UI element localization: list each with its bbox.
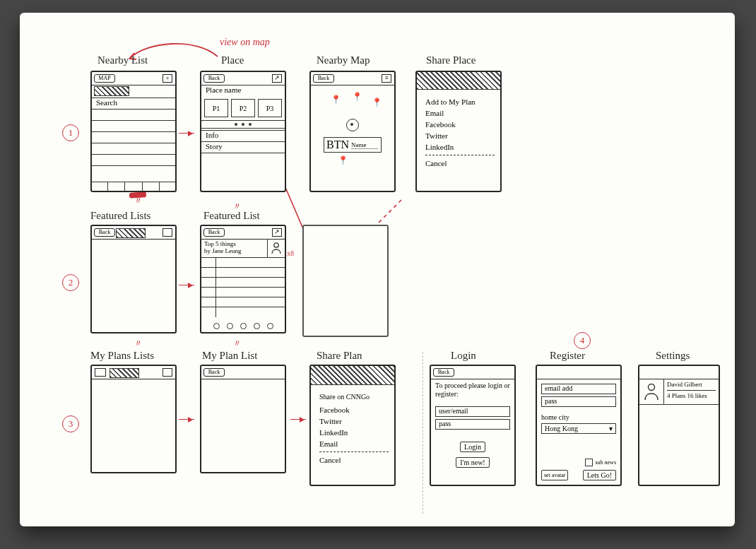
row-marker-3: 3 <box>62 415 79 432</box>
list-row[interactable] <box>92 131 175 142</box>
page-dots <box>201 323 285 329</box>
map-button[interactable]: MAP <box>94 74 115 83</box>
set-avatar-button[interactable]: set avatar <box>541 470 568 480</box>
im-new-button[interactable]: I'm new! <box>456 457 489 468</box>
callout-name: Name <box>351 141 378 149</box>
title-share-plan: Share Plan <box>317 350 362 361</box>
list-row[interactable] <box>92 109 175 119</box>
sub-news-checkbox[interactable] <box>585 459 593 466</box>
share-cancel[interactable]: Cancel <box>425 158 495 169</box>
title-register: Register <box>550 350 585 361</box>
row-marker-2: 2 <box>62 274 79 291</box>
home-city-select[interactable]: Hong Kong ▾ <box>541 423 616 434</box>
avatar <box>639 379 664 404</box>
callout-button[interactable]: BTN <box>326 138 349 151</box>
story-row[interactable]: Story <box>206 142 223 150</box>
share-email[interactable]: Email <box>319 438 389 449</box>
author-avatar <box>267 239 285 257</box>
topbar: Back ↗ <box>201 71 285 85</box>
share-linkedin[interactable]: LinkedIn <box>425 141 495 153</box>
arrow-right <box>179 285 194 285</box>
title-login: Login <box>451 350 476 361</box>
back-button[interactable]: Back <box>94 228 115 237</box>
screen-settings: David Gilbert 4 Plans 16 likes <box>638 365 720 486</box>
back-button[interactable]: Back <box>313 74 334 83</box>
share-linkedin[interactable]: LinkedIn <box>319 427 389 438</box>
dimmed-header <box>417 72 500 90</box>
screen-deleted <box>302 225 389 337</box>
title-my-plans-lists: My Plans Lists <box>90 350 154 361</box>
chevron-down-icon: ▾ <box>609 425 613 433</box>
list-row[interactable] <box>92 120 175 131</box>
screen-place: Back ↗ Place name P1 P2 P3 Info Story <box>200 71 286 192</box>
back-button[interactable]: Back <box>203 228 225 237</box>
share-facebook[interactable]: Facebook <box>425 119 495 130</box>
share-email[interactable]: Email <box>425 107 495 119</box>
lets-go-button[interactable]: Lets Go! <box>583 470 616 480</box>
pass-field[interactable]: pass <box>541 396 616 407</box>
dimmed-header <box>311 366 394 385</box>
user-stats: 4 Plans 16 likes <box>667 390 716 400</box>
map-pin[interactable]: 📍 <box>352 92 362 102</box>
back-button[interactable]: Back <box>203 74 225 83</box>
share-icon[interactable]: ↗ <box>272 74 282 83</box>
share-icon[interactable]: ↗ <box>272 228 282 237</box>
right-icon[interactable] <box>163 368 172 377</box>
svg-point-0 <box>274 243 278 247</box>
screen-nearby-map: Back ≡ 📍 📍 📍 📍 BTN Name <box>309 71 396 192</box>
share-twitter[interactable]: Twitter <box>319 415 389 427</box>
share-options: Add to My Plan Email Facebook Twitter Li… <box>425 96 495 169</box>
topbar <box>639 365 719 379</box>
tab-bar[interactable] <box>91 182 176 191</box>
photo-2[interactable]: P2 <box>231 99 255 117</box>
title-place: Place <box>221 55 244 66</box>
selected-segment[interactable] <box>94 86 129 96</box>
page-dots <box>201 120 285 129</box>
pass-field[interactable]: pass <box>435 419 510 430</box>
info-row[interactable]: Info <box>206 131 218 139</box>
arrow-right <box>290 419 306 420</box>
screen-share-plan: Share on CNNGo Facebook Twitter LinkedIn… <box>309 365 396 486</box>
svg-point-1 <box>649 384 655 391</box>
share-cancel[interactable]: Cancel <box>319 454 389 466</box>
list-row[interactable] <box>92 165 175 176</box>
login-button[interactable]: Login <box>460 442 485 452</box>
arrow-right <box>179 133 194 134</box>
map-pin[interactable]: 📍 <box>338 155 348 166</box>
share-add-plan[interactable]: Add to My Plan <box>425 96 495 107</box>
segment-center[interactable] <box>116 228 146 238</box>
screen-featured-list: Back ↗ Top 5 things by Jane Leung <box>200 225 286 333</box>
title-settings: Settings <box>656 350 690 361</box>
photo-3[interactable]: P3 <box>258 99 282 117</box>
map-callout[interactable]: BTN Name <box>324 137 382 153</box>
email-field[interactable]: email add <box>541 384 616 394</box>
add-button[interactable]: + <box>163 74 172 83</box>
title-featured-lists: Featured Lists <box>90 211 150 221</box>
left-icon[interactable] <box>95 368 106 377</box>
list-toggle-icon[interactable]: ≡ <box>382 74 391 83</box>
share-twitter[interactable]: Twitter <box>425 130 495 141</box>
action-icon[interactable] <box>163 228 172 237</box>
map-pin[interactable]: 📍 <box>331 95 341 105</box>
map-pin[interactable]: 📍 <box>372 98 382 108</box>
back-button[interactable]: Back <box>433 368 454 377</box>
back-button[interactable]: Back <box>203 368 225 377</box>
red-mark <box>129 191 146 199</box>
user-field[interactable]: user/email <box>435 406 510 417</box>
row-marker-4: 4 <box>574 332 591 349</box>
search-field[interactable]: Search <box>96 98 117 107</box>
title-nearby-list: Nearby List <box>98 55 148 66</box>
screen-my-plans-lists <box>90 365 177 473</box>
photo-1[interactable]: P1 <box>204 99 228 117</box>
topbar: Back ↗ <box>201 225 285 240</box>
share-facebook[interactable]: Facebook <box>319 404 389 415</box>
screen-my-plan-list: Back <box>200 365 286 473</box>
list-row[interactable] <box>92 143 175 153</box>
list-row[interactable] <box>92 154 175 165</box>
row-marker-1: 1 <box>62 124 79 141</box>
topbar: Back <box>430 365 515 379</box>
segment-center[interactable] <box>110 368 139 378</box>
title-my-plan-list: My Plan List <box>202 350 257 361</box>
title-featured-list: Featured List <box>203 211 260 221</box>
ditto-mark: 〃 <box>231 337 242 350</box>
